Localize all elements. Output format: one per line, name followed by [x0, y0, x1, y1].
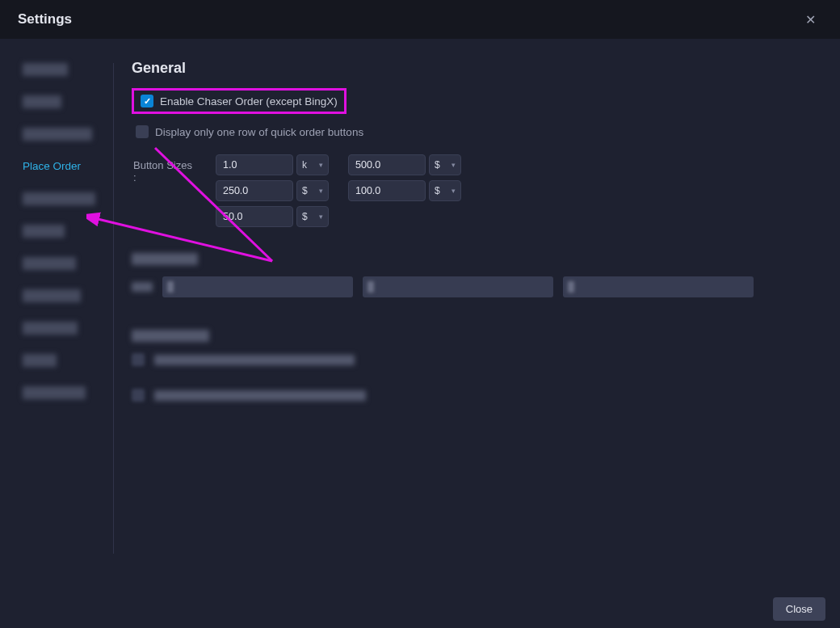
- size-value-input[interactable]: 100.0: [348, 180, 426, 201]
- size-unit-select[interactable]: k▾: [296, 154, 329, 175]
- sidebar-item[interactable]: [23, 354, 113, 369]
- sidebar-item[interactable]: [23, 225, 113, 239]
- body-area: Place Order General ✓ Enable Chaser Orde…: [0, 39, 840, 578]
- sidebar-item[interactable]: [23, 322, 113, 336]
- obscured-segment[interactable]: [162, 276, 353, 297]
- size-unit-select[interactable]: $▾: [296, 206, 329, 227]
- size-column-1: 1.0 k▾ 250.0 $▾ 50.0 $▾: [216, 154, 329, 227]
- obscured-text: [154, 355, 355, 365]
- obscured-heading: [132, 330, 209, 342]
- display-one-row-checkbox[interactable]: [136, 125, 149, 138]
- obscured-heading: [132, 253, 198, 265]
- size-value-input[interactable]: 50.0: [216, 206, 293, 227]
- size-value-input[interactable]: 500.0: [348, 154, 426, 175]
- content-panel: General ✓ Enable Chaser Order (except Bi…: [114, 39, 840, 578]
- obscured-label: [132, 282, 153, 292]
- sidebar-item-place-order[interactable]: Place Order: [23, 160, 113, 175]
- size-value-input[interactable]: 250.0: [216, 180, 293, 201]
- footer: Close: [0, 589, 840, 628]
- titlebar: Settings ✕: [0, 0, 840, 39]
- enable-chaser-label: Enable Chaser Order (except BingX): [160, 95, 338, 107]
- size-unit-select[interactable]: $▾: [296, 180, 329, 201]
- sidebar-item[interactable]: [23, 386, 113, 401]
- obscured-section-2: [132, 330, 813, 402]
- obscured-segment[interactable]: [363, 276, 553, 297]
- obscured-text: [154, 390, 366, 401]
- chevron-down-icon: ▾: [452, 187, 456, 195]
- sidebar-item[interactable]: [23, 63, 113, 78]
- chevron-down-icon: ▾: [452, 161, 456, 169]
- size-value-input[interactable]: 1.0: [216, 154, 293, 175]
- obscured-segment[interactable]: [563, 276, 754, 297]
- button-sizes-label: Button Sizes :: [133, 154, 196, 183]
- size-unit-select[interactable]: $▾: [429, 180, 461, 201]
- sidebar-item[interactable]: [23, 128, 113, 142]
- obscured-tab-row: [132, 276, 813, 297]
- sidebar-item[interactable]: [23, 192, 113, 207]
- chevron-down-icon: ▾: [319, 161, 323, 169]
- sidebar: Place Order: [0, 39, 113, 578]
- display-one-row-label: Display only one row of quick order butt…: [155, 126, 363, 138]
- unit-label: $: [435, 185, 440, 196]
- button-sizes-section: Button Sizes : 1.0 k▾ 250.0 $▾ 50.0 $▾ 5…: [133, 154, 813, 227]
- section-title-general: General: [132, 60, 813, 77]
- chevron-down-icon: ▾: [319, 187, 323, 195]
- size-pair: 1.0 k▾: [216, 154, 329, 175]
- unit-label: $: [302, 185, 308, 196]
- chevron-down-icon: ▾: [319, 213, 323, 221]
- obscured-checkbox[interactable]: [132, 389, 145, 402]
- obscured-section-1: [132, 253, 813, 297]
- sidebar-item[interactable]: [23, 289, 113, 304]
- obscured-checkbox[interactable]: [132, 353, 145, 366]
- sidebar-item[interactable]: [23, 95, 113, 110]
- close-icon[interactable]: ✕: [799, 9, 822, 31]
- size-pair: 50.0 $▾: [216, 206, 329, 227]
- size-pair: 250.0 $▾: [216, 180, 329, 201]
- enable-chaser-checkbox[interactable]: ✓: [141, 95, 153, 107]
- size-unit-select[interactable]: $▾: [429, 154, 461, 175]
- size-pair: 500.0 $▾: [348, 154, 461, 175]
- size-column-2: 500.0 $▾ 100.0 $▾: [348, 154, 461, 201]
- window-title: Settings: [18, 11, 72, 27]
- sidebar-item[interactable]: [23, 257, 113, 272]
- unit-label: $: [302, 211, 308, 222]
- size-pair: 100.0 $▾: [348, 180, 461, 201]
- display-one-row-option: Display only one row of quick order butt…: [136, 125, 813, 138]
- unit-label: k: [302, 159, 307, 171]
- enable-chaser-highlight: ✓ Enable Chaser Order (except BingX): [132, 88, 346, 114]
- unit-label: $: [435, 159, 440, 171]
- close-button[interactable]: Close: [773, 597, 825, 621]
